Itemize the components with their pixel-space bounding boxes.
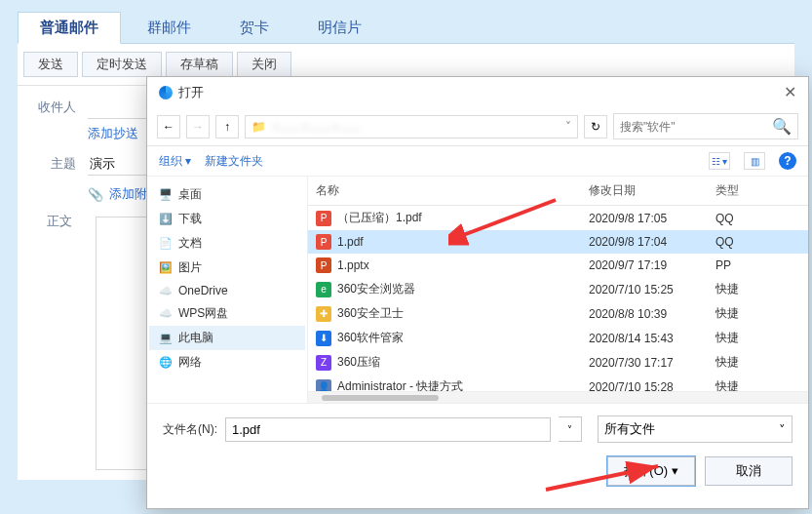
- path-breadcrumb[interactable]: 📁 › ...... › ...... › ...... ˅: [245, 115, 578, 138]
- file-row[interactable]: 👤Administrator - 快捷方式 2020/7/10 15:28 快捷: [308, 375, 808, 391]
- 360s-icon: ✚: [316, 306, 331, 322]
- tree-node-label: OneDrive: [178, 284, 228, 297]
- tree-node-label: 此电脑: [178, 330, 213, 346]
- new-folder-button[interactable]: 新建文件夹: [205, 153, 263, 170]
- open-file-dialog: 打开 ✕ ← → ↑ 📁 › ...... › ...... › ...... …: [146, 76, 809, 509]
- pc-icon: 💻: [159, 332, 173, 345]
- pdf-icon: P: [316, 234, 331, 250]
- tree-node-net[interactable]: 🌐网络: [149, 350, 305, 375]
- column-date[interactable]: 修改日期: [581, 177, 708, 205]
- organize-menu[interactable]: 组织 ▾: [159, 153, 191, 170]
- open-button[interactable]: 打开(O) ▾: [607, 456, 695, 486]
- file-list-header: 名称 修改日期 类型: [308, 177, 808, 206]
- tree-node-label: WPS网盘: [178, 305, 228, 322]
- file-row[interactable]: P（已压缩）1.pdf 2020/9/8 17:05 QQ: [308, 206, 808, 230]
- scheduled-send-button[interactable]: 定时发送: [82, 52, 162, 77]
- save-draft-button[interactable]: 存草稿: [166, 52, 233, 77]
- 360z-icon: Z: [316, 355, 331, 371]
- filename-dropdown[interactable]: ˅: [559, 416, 582, 442]
- preview-pane-button[interactable]: ▥: [744, 152, 765, 170]
- tree-node-desktop[interactable]: 🖥️桌面: [149, 182, 305, 207]
- tree-node-label: 文档: [178, 235, 202, 252]
- tree-node-cloud[interactable]: ☁️WPS网盘: [149, 301, 305, 326]
- file-name: （已压缩）1.pdf: [337, 210, 422, 226]
- tree-node-label: 下载: [178, 211, 202, 227]
- 360m-icon: ⬇: [316, 331, 331, 346]
- recipient-label: 收件人: [33, 99, 76, 116]
- dialog-close-button[interactable]: ✕: [784, 83, 796, 101]
- file-date: 2020/9/7 17:19: [581, 255, 708, 276]
- file-date: 2020/7/10 15:28: [581, 376, 708, 392]
- filetype-filter-label: 所有文件: [604, 420, 655, 438]
- file-list: P（已压缩）1.pdf 2020/9/8 17:05 QQ P1.pdf 202…: [308, 206, 808, 391]
- file-row[interactable]: e360安全浏览器 2020/7/10 15:25 快捷: [308, 277, 808, 301]
- tree-node-pc[interactable]: 💻此电脑: [149, 326, 305, 350]
- file-row[interactable]: Z360压缩 2020/7/30 17:17 快捷: [308, 350, 808, 375]
- tree-node-label: 图片: [178, 259, 202, 276]
- file-name: 1.pdf: [337, 235, 364, 249]
- file-row[interactable]: P1.pdf 2020/9/8 17:04 QQ: [308, 230, 808, 254]
- file-name: 360安全浏览器: [337, 281, 415, 297]
- nav-forward-button[interactable]: →: [186, 115, 210, 138]
- tree-node-label: 网络: [178, 354, 202, 371]
- filename-label: 文件名(N):: [163, 421, 217, 438]
- tab-postcard[interactable]: 明信片: [295, 12, 384, 43]
- nav-back-button[interactable]: ←: [157, 115, 180, 138]
- column-type[interactable]: 类型: [708, 177, 808, 205]
- file-name: 360压缩: [337, 354, 380, 371]
- tab-normal[interactable]: 普通邮件: [18, 12, 121, 44]
- search-input-wrap: 🔍: [613, 113, 798, 139]
- close-button[interactable]: 关闭: [237, 52, 291, 77]
- file-date: 2020/7/30 17:17: [581, 352, 708, 374]
- doc-icon: 📄: [159, 237, 173, 251]
- file-row[interactable]: ✚360安全卫士 2020/8/8 10:39 快捷: [308, 301, 808, 326]
- net-icon: 🌐: [159, 356, 173, 370]
- compose-tabs: 普通邮件 群邮件 贺卡 明信片: [18, 12, 794, 44]
- download-icon: ⬇️: [159, 213, 173, 226]
- file-date: 2020/9/8 17:05: [581, 208, 708, 229]
- help-button[interactable]: ?: [779, 152, 796, 170]
- refresh-button[interactable]: ↻: [584, 115, 607, 138]
- app-icon: [159, 86, 173, 99]
- nav-up-button[interactable]: ↑: [215, 115, 239, 138]
- file-row[interactable]: ⬇360软件管家 2020/8/14 15:43 快捷: [308, 326, 808, 350]
- view-mode-button[interactable]: ☷ ▾: [709, 152, 730, 170]
- send-button[interactable]: 发送: [23, 52, 78, 77]
- filetype-filter[interactable]: 所有文件˅: [598, 415, 793, 443]
- search-input[interactable]: [620, 120, 766, 134]
- file-name: Administrator - 快捷方式: [337, 378, 463, 391]
- search-icon[interactable]: 🔍: [772, 117, 792, 136]
- tree-node-download[interactable]: ⬇️下载: [149, 207, 305, 231]
- file-date: 2020/9/8 17:04: [581, 231, 708, 253]
- 360b-icon: e: [316, 282, 331, 297]
- subject-label: 主题: [33, 155, 76, 173]
- tab-card[interactable]: 贺卡: [217, 12, 291, 43]
- file-name: 1.pptx: [337, 258, 369, 272]
- file-type: 快捷: [708, 350, 808, 375]
- column-name[interactable]: 名称: [308, 177, 581, 205]
- tree-node-label: 桌面: [178, 186, 202, 203]
- filename-input[interactable]: [225, 417, 551, 442]
- horizontal-scrollbar[interactable]: [308, 391, 808, 403]
- cloud-icon: ☁️: [159, 307, 173, 321]
- file-type: QQ: [708, 208, 808, 229]
- tree-node-pic[interactable]: 🖼️图片: [149, 256, 305, 280]
- file-type: 快捷: [708, 326, 808, 350]
- add-cc-link[interactable]: 添加抄送: [88, 125, 138, 142]
- cloud-icon: ☁️: [159, 284, 173, 297]
- paperclip-icon: 📎: [88, 187, 103, 202]
- file-type: 快捷: [708, 301, 808, 326]
- file-type: 快捷: [708, 277, 808, 301]
- file-type: 快捷: [708, 375, 808, 391]
- folder-icon: 📁: [251, 120, 266, 134]
- tree-node-doc[interactable]: 📄文档: [149, 231, 305, 256]
- tree-node-cloud[interactable]: ☁️OneDrive: [149, 280, 305, 301]
- cancel-button[interactable]: 取消: [705, 456, 793, 486]
- body-label: 正文: [47, 213, 72, 470]
- pptx-icon: P: [316, 257, 331, 273]
- file-row[interactable]: P1.pptx 2020/9/7 17:19 PP: [308, 254, 808, 277]
- file-name: 360安全卫士: [337, 305, 404, 322]
- file-type: PP: [708, 255, 808, 276]
- dialog-title: 打开: [178, 84, 204, 101]
- tab-group[interactable]: 群邮件: [125, 12, 213, 43]
